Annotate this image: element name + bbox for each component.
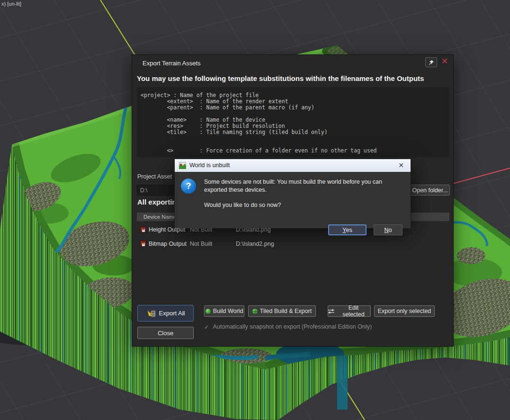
- checkmark-icon: ✓: [204, 323, 209, 331]
- edit-selected-button[interactable]: Edit selected: [328, 305, 371, 317]
- yes-button[interactable]: Yes: [328, 224, 367, 235]
- open-folder-button[interactable]: Open folder...: [410, 185, 450, 196]
- edit-selected-label: Edit selected: [337, 304, 370, 318]
- export-all-label: Export All: [159, 310, 185, 317]
- tiled-green-sphere-icon: [252, 309, 258, 314]
- template-substitutions-panel: <project> : Name of the project file <ex…: [137, 87, 449, 157]
- pin-icon: [429, 60, 434, 65]
- no-label: N: [385, 227, 389, 233]
- snapshot-checkbox[interactable]: ✓ Automatically snapshot on export (Prof…: [204, 323, 372, 331]
- dialog-title: Export Terrain Assets: [143, 60, 201, 67]
- template-substitutions-heading: You may use the following template subst…: [137, 74, 424, 82]
- build-world-label: Build World: [213, 308, 243, 314]
- template-substitutions-text: <project> : Name of the project file <ex…: [141, 92, 445, 154]
- modal-title: World is unbuilt: [189, 162, 230, 169]
- question-mark-icon: ?: [181, 179, 196, 194]
- pin-button[interactable]: [425, 57, 437, 67]
- no-button[interactable]: No: [374, 224, 403, 235]
- modal-titlebar[interactable]: World is unbuilt ✕: [175, 159, 411, 172]
- export-all-button[interactable]: Export All: [137, 305, 194, 322]
- export-only-selected-button[interactable]: Export only selected: [374, 305, 435, 317]
- modal-close-icon[interactable]: ✕: [396, 161, 406, 170]
- modal-question: Would you like to do so now?: [204, 202, 281, 208]
- terrain-thumbnail-icon: [179, 162, 186, 169]
- snapshot-label: Automatically snapshot on export (Profes…: [213, 323, 372, 331]
- project-asset-label: Project Asset: [137, 173, 172, 180]
- no-label-rest: o: [389, 227, 392, 233]
- modal-body: ? Some devices are not built: You must b…: [175, 172, 411, 228]
- application-window: x) [un-lit] Export Terrain Assets ✕ You …: [0, 0, 510, 420]
- modal-message: Some devices are not built: You must bui…: [204, 178, 399, 194]
- tiled-build-export-button[interactable]: Tiled Build & Export: [248, 305, 316, 317]
- device-export-path: D:\Island2.png: [236, 238, 274, 250]
- height-output-device-icon: [140, 226, 146, 232]
- sliders-icon: [328, 309, 334, 314]
- world-is-unbuilt-dialog: World is unbuilt ✕ ? Some devices are no…: [174, 159, 411, 228]
- viewport-shading-label: x) [un-lit]: [1, 1, 21, 7]
- build-world-button[interactable]: Build World: [204, 305, 244, 317]
- device-name: Bitmap Output: [149, 238, 187, 250]
- table-row[interactable]: Bitmap Output Not Built D:\Island2.png: [137, 238, 449, 250]
- device-status: Not Built: [190, 238, 212, 250]
- close-icon[interactable]: ✕: [440, 57, 449, 66]
- green-sphere-icon: [206, 309, 211, 314]
- tiled-build-export-label: Tiled Build & Export: [260, 308, 312, 314]
- yes-label-rest: es: [346, 227, 352, 233]
- close-button[interactable]: Close: [137, 327, 194, 339]
- yes-label: Y: [342, 227, 346, 233]
- bitmap-output-device-icon: [140, 241, 146, 247]
- export-device-arrow-icon: [146, 308, 157, 319]
